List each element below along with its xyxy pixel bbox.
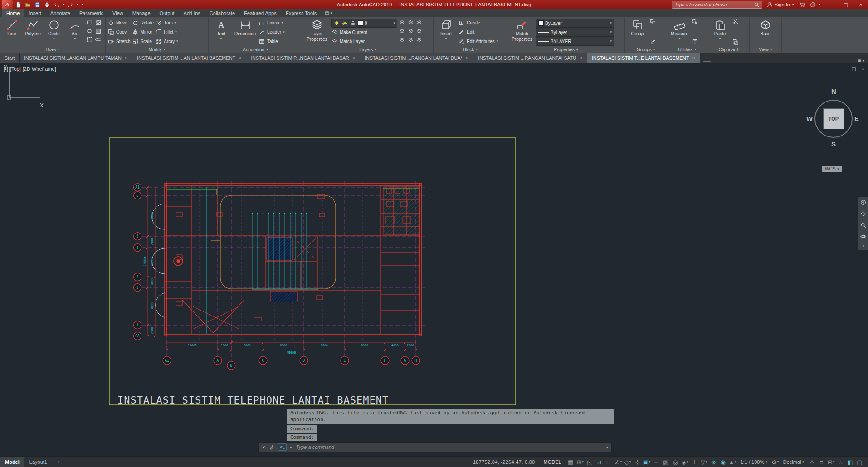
clean-screen-icon[interactable]: ▢ xyxy=(855,457,864,467)
layer-state-icon[interactable] xyxy=(399,36,405,43)
ribbon-tab-express-tools[interactable]: Express Tools xyxy=(281,9,321,17)
ribbon-tab-add-ins[interactable]: Add-ins xyxy=(179,9,205,17)
navigation-wheel-icon[interactable] xyxy=(860,199,867,206)
layer-merge-icon[interactable] xyxy=(407,36,414,43)
model-space-canvas[interactable]: 1000010008000800080008000400020004900070… xyxy=(0,63,868,456)
search-input[interactable] xyxy=(674,2,751,8)
redo-icon[interactable] xyxy=(67,1,75,8)
pan-icon[interactable] xyxy=(860,210,867,217)
layer-delete-icon[interactable] xyxy=(416,36,423,43)
open-file-icon[interactable] xyxy=(24,1,32,8)
chevron-down-icon[interactable]: ▾ xyxy=(330,11,332,15)
save-icon[interactable] xyxy=(33,1,41,8)
3d-object-snap-icon[interactable]: ◈▾ xyxy=(680,457,690,467)
layer-off-icon[interactable] xyxy=(399,19,405,26)
file-tab-close-icon[interactable]: × xyxy=(239,55,241,61)
file-tab[interactable]: INSTALASI SISTIM ...RANGAN LANTAI DUA*× xyxy=(360,53,473,63)
layer-properties-button[interactable]: Layer Properties xyxy=(304,18,330,46)
ribbon-panel-toggle-icon[interactable]: ▤ xyxy=(325,10,329,15)
plot-icon[interactable] xyxy=(43,1,51,8)
object-snap-tracking-icon[interactable]: ⊹ xyxy=(633,457,642,467)
lineweight-icon[interactable]: ≣ xyxy=(652,457,661,467)
sign-in-button[interactable]: Sign In ▾ xyxy=(766,1,795,8)
circle-button[interactable]: Circle▾ xyxy=(44,18,64,46)
viewport-minimize-icon[interactable]: — xyxy=(841,66,846,72)
autoscale-icon[interactable]: ▲▾ xyxy=(728,457,737,467)
utilities-panel-label[interactable]: Utilities▾ xyxy=(667,46,707,53)
move-button[interactable]: Move xyxy=(107,19,131,27)
dynamic-ucs-icon[interactable]: ⊥ xyxy=(690,457,699,467)
chevron-down-icon[interactable]: ▾ xyxy=(76,3,80,6)
boundary-icon[interactable] xyxy=(86,36,93,43)
lock-ui-icon[interactable]: ⊠▾ xyxy=(826,457,836,467)
ribbon-tab-output[interactable]: Output xyxy=(155,9,179,17)
file-tab-list-icon[interactable]: ≡ xyxy=(858,58,861,63)
rotate-button[interactable]: Rotate xyxy=(132,19,154,27)
revision-cloud-icon[interactable] xyxy=(95,36,102,43)
scale-button[interactable]: Scale xyxy=(132,37,154,45)
group-button[interactable]: Group xyxy=(627,18,648,46)
ribbon-tab-annotate[interactable]: Annotate xyxy=(46,9,75,17)
viewport-restore-icon[interactable]: ▢ xyxy=(851,66,856,72)
isometric-drafting-icon[interactable]: ◇▾ xyxy=(623,457,633,467)
zoom-icon[interactable] xyxy=(860,222,867,229)
transparency-icon[interactable]: ▨ xyxy=(661,457,671,467)
chevron-down-icon[interactable]: ▾ xyxy=(863,59,864,63)
layer-isolate-icon[interactable] xyxy=(407,19,414,26)
match-properties-button[interactable]: Match Properties xyxy=(509,18,535,46)
new-drawing-tab-button[interactable]: + xyxy=(703,54,711,62)
properties-panel-label[interactable]: Properties▾ xyxy=(507,46,624,53)
selection-cycling-icon[interactable]: ◎ xyxy=(671,457,680,467)
model-tab[interactable]: Model xyxy=(0,457,24,467)
qat-customize-icon[interactable]: ▾ xyxy=(81,3,84,6)
ribbon-tab-insert[interactable]: Insert xyxy=(24,9,46,17)
file-tab-close-icon[interactable]: × xyxy=(125,55,127,61)
trim-button[interactable]: Trim▾ xyxy=(155,19,178,27)
navbar-more-icon[interactable]: ▾ xyxy=(863,244,864,248)
create-block-button[interactable]: Create xyxy=(458,19,498,27)
ellipse-icon[interactable] xyxy=(86,28,93,34)
dynamic-input-icon[interactable]: ⊿ xyxy=(595,457,604,467)
units-button[interactable]: Decimal▾ xyxy=(780,459,807,465)
quick-properties-icon[interactable]: ≡ xyxy=(817,457,826,467)
annotation-panel-label[interactable]: Annotation▾ xyxy=(209,46,302,53)
orbit-icon[interactable] xyxy=(860,233,867,240)
viewcube-north[interactable]: N xyxy=(831,88,836,95)
file-tab-close-icon[interactable]: × xyxy=(580,55,582,61)
modify-panel-label[interactable]: Modify▾ xyxy=(106,46,208,53)
clipboard-panel-label[interactable]: Clipboard xyxy=(707,46,749,53)
edit-attributes-button[interactable]: AEdit Attributes▾ xyxy=(458,37,498,45)
leader-button[interactable]: Leader▾ xyxy=(258,28,285,36)
layer-freeze-icon[interactable] xyxy=(416,19,423,26)
gradient-icon[interactable] xyxy=(95,28,102,34)
file-tab-close-icon[interactable]: × xyxy=(692,55,695,61)
group-edit-icon[interactable] xyxy=(649,39,656,45)
model-space-toggle[interactable]: MODEL xyxy=(540,459,566,465)
command-input[interactable] xyxy=(295,444,603,450)
drawing-area[interactable]: [-] [Top] [2D Wireframe] — ▢ × xyxy=(0,63,868,456)
copy-button[interactable]: Copy xyxy=(107,28,131,36)
object-color-select[interactable]: ByLayer▾ xyxy=(536,19,614,28)
hatch-icon[interactable] xyxy=(95,19,102,26)
file-tab-close-icon[interactable]: × xyxy=(466,55,468,61)
viewport-visual-style-control[interactable]: [2D Wireframe] xyxy=(23,66,56,72)
viewcube-east[interactable]: E xyxy=(854,115,859,122)
viewport-close-icon[interactable]: × xyxy=(862,66,864,72)
close-icon[interactable]: × xyxy=(855,2,866,7)
graphics-performance-icon[interactable]: ◧ xyxy=(845,457,855,467)
layer-unisolate-icon[interactable] xyxy=(407,28,414,34)
undo-icon[interactable] xyxy=(52,1,60,8)
insert-button[interactable]: Insert▾ xyxy=(435,18,457,46)
file-tab[interactable]: INSTALASI SISTIM P...NGAN LANTAI DASAR× xyxy=(246,53,360,63)
rectangle-icon[interactable] xyxy=(86,19,93,26)
viewcube-south[interactable]: S xyxy=(831,140,836,148)
make-current-button[interactable]: Make Current xyxy=(331,29,397,37)
layout1-tab[interactable]: Layout1 xyxy=(24,457,52,467)
text-button[interactable]: AText▾ xyxy=(210,18,232,46)
chevron-down-icon[interactable]: ▾ xyxy=(62,3,65,6)
file-tab[interactable]: Start xyxy=(0,53,20,63)
command-history-expand-icon[interactable]: ▴ xyxy=(606,445,608,449)
ribbon-tab-home[interactable]: Home xyxy=(2,9,24,17)
isolate-objects-icon[interactable]: ◌ xyxy=(836,457,845,467)
mirror-button[interactable]: Mirror xyxy=(132,28,154,36)
